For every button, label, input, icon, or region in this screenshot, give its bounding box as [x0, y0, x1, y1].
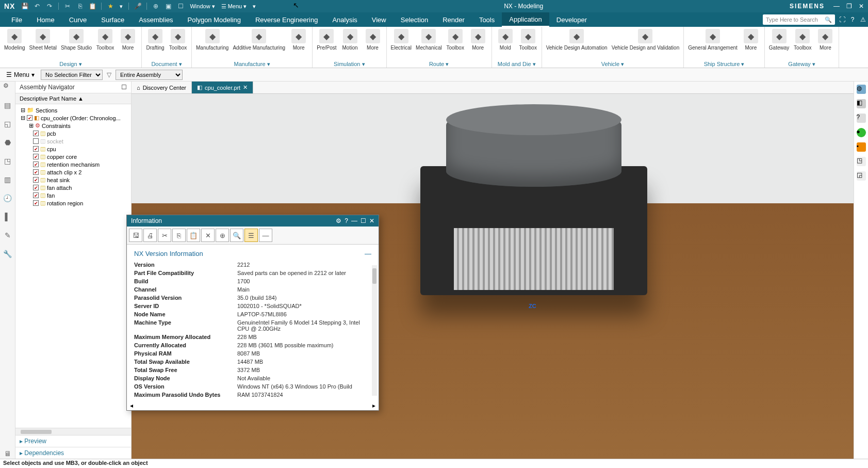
quick-menu[interactable]: ☰ Menu ▾ — [220, 3, 249, 10]
menu-file[interactable]: File — [4, 12, 29, 27]
menu-polygon-modeling[interactable]: Polygon Modeling — [181, 12, 248, 27]
dependencies-section[interactable]: Dependencies — [15, 447, 131, 459]
right-tool-3[interactable]: ? — [857, 114, 866, 123]
selection-filter-select[interactable]: No Selection Filter — [41, 70, 103, 80]
ribbon-btn-sheet-metal[interactable]: ◆Sheet Metal — [27, 28, 59, 52]
paste-icon[interactable]: 📋 — [88, 2, 97, 11]
checkbox-icon[interactable] — [33, 154, 39, 159]
nav-icon-3[interactable]: ⬣ — [3, 137, 13, 148]
touch-icon[interactable]: ⊕ — [151, 2, 160, 11]
delete-icon[interactable]: ✕ — [201, 229, 215, 242]
ribbon-btn-vehicle-design-automation[interactable]: ◆Vehicle Design Automation — [544, 28, 610, 52]
nav-tree[interactable]: ⊟📁Sections ⊟ ◧cpu_cooler (Order: Chronol… — [15, 104, 131, 428]
filter-funnel-icon[interactable]: ▽ — [105, 71, 113, 78]
ribbon-btn-toolbox[interactable]: ◆Toolbox — [791, 28, 814, 52]
assembly-scope-select[interactable]: Entire Assembly — [116, 70, 183, 80]
checkbox-icon[interactable] — [33, 185, 39, 190]
tree-item-rotation-region[interactable]: ◫rotation region — [18, 199, 129, 207]
checkbox-icon[interactable] — [33, 138, 39, 144]
menu-tools[interactable]: Tools — [472, 12, 502, 27]
right-tool-4[interactable]: ● — [857, 128, 866, 137]
nav-icon-4[interactable]: ◳ — [3, 156, 13, 166]
ribbon-btn-manufacturing[interactable]: ◆Manufacturing — [194, 28, 231, 52]
layout-icon[interactable]: ▣ — [163, 2, 173, 11]
close-icon[interactable]: ✕ — [243, 84, 248, 91]
ribbon-btn-general-arrangement[interactable]: ◆General Arrangement — [686, 28, 740, 52]
window-icon[interactable]: ☐ — [176, 2, 185, 11]
close-icon[interactable]: ✕ — [369, 217, 374, 224]
right-tool-2[interactable]: ◧ — [857, 99, 866, 108]
ribbon-btn-additive-manufacturing[interactable]: ◆Additive Manufacturing — [231, 28, 287, 52]
copy-icon[interactable]: ⎘ — [172, 229, 186, 242]
nav-icon-2[interactable]: ◱ — [3, 119, 13, 129]
copy-icon[interactable]: ⎘ — [75, 2, 85, 11]
nav-icon-5[interactable]: ▥ — [3, 174, 13, 185]
maximize-icon[interactable]: ☐ — [361, 217, 366, 224]
collapse-icon[interactable]: — — [259, 229, 272, 242]
gear-icon[interactable]: ⚙ — [3, 82, 9, 89]
tree-root[interactable]: ⊟ ◧cpu_cooler (Order: Chronolog... — [18, 114, 129, 122]
menu-render[interactable]: Render — [435, 12, 472, 27]
ribbon-btn-more[interactable]: ◆More — [740, 28, 762, 52]
target-icon[interactable]: ⊕ — [216, 229, 229, 242]
tree-sections[interactable]: ⊟📁Sections — [18, 106, 129, 114]
tree-item-fan[interactable]: ◫fan — [18, 191, 129, 199]
ribbon-btn-more[interactable]: ◆More — [814, 28, 837, 52]
ribbon-btn-vehicle-design-and-validation[interactable]: ◆Vehicle Design and Validation — [610, 28, 682, 52]
menu-home[interactable]: Home — [29, 12, 62, 27]
checkbox-icon[interactable] — [33, 200, 39, 206]
minimize-button[interactable]: — — [832, 2, 841, 11]
ribbon-btn-drafting[interactable]: ◆Drafting — [144, 28, 167, 52]
clock-icon[interactable]: 🕘 — [3, 193, 13, 203]
ribbon-btn-mold[interactable]: ◆Mold — [494, 28, 517, 52]
wrench-icon[interactable]: 🔧 — [3, 249, 13, 259]
redo-icon[interactable]: ↷ — [45, 2, 54, 11]
monitor-icon[interactable]: 🖥 — [3, 448, 13, 459]
undo-icon[interactable]: ↶ — [32, 2, 42, 11]
tree-item-copper-core[interactable]: ◫copper core — [18, 153, 129, 160]
ribbon-btn-more[interactable]: ◆More — [467, 28, 489, 52]
checkbox-icon[interactable] — [33, 177, 39, 183]
ribbon-btn-more[interactable]: ◆More — [117, 28, 139, 52]
ribbon-btn-gateway[interactable]: ◆Gateway — [767, 28, 791, 52]
preview-section[interactable]: Preview — [15, 435, 131, 447]
cut-icon[interactable]: ✂ — [158, 229, 171, 242]
menu-assemblies[interactable]: Assemblies — [132, 12, 180, 27]
ribbon-btn-more[interactable]: ◆More — [362, 28, 384, 52]
tree-item-retention-mechanism[interactable]: ◫retention mechanism — [18, 160, 129, 168]
print-icon[interactable]: 🖨 — [143, 229, 157, 242]
pin-icon[interactable]: ☐ — [121, 84, 127, 91]
window-menu[interactable]: Window ▾ — [188, 3, 216, 10]
save-icon[interactable]: 💾 — [20, 2, 29, 11]
list-view-icon[interactable]: ☰ — [244, 229, 258, 242]
ribbon-btn-electrical[interactable]: ◆Electrical — [389, 28, 414, 52]
ribbon-btn-toolbox[interactable]: ◆Toolbox — [444, 28, 467, 52]
right-tool-5[interactable]: ▪ — [857, 142, 866, 152]
menu-selection[interactable]: Selection — [394, 12, 435, 27]
close-button[interactable]: ✕ — [857, 2, 866, 11]
dialog-scroll-left[interactable]: ◂ — [130, 402, 133, 409]
ribbon-btn-toolbox[interactable]: ◆Toolbox — [167, 28, 189, 52]
tool-icon[interactable]: ✎ — [3, 230, 13, 240]
save-icon[interactable]: 🖫 — [129, 229, 142, 242]
checkbox-icon[interactable] — [33, 131, 39, 136]
ribbon-btn-shape-studio[interactable]: ◆Shape Studio — [59, 28, 94, 52]
right-tool-1[interactable]: ◍ — [857, 85, 866, 94]
paste-icon[interactable]: 📋 — [187, 229, 200, 242]
ribbon-btn-toolbox[interactable]: ◆Toolbox — [517, 28, 539, 52]
star-icon[interactable]: ★ — [106, 2, 115, 11]
tree-item-heat-sink[interactable]: ◫heat sink — [18, 176, 129, 184]
restore-button[interactable]: ❐ — [844, 2, 854, 11]
help-icon[interactable]: ? — [345, 217, 348, 224]
menu-surface[interactable]: Surface — [94, 12, 132, 27]
palette-icon[interactable]: ▌ — [3, 212, 13, 222]
ribbon-btn-motion[interactable]: ◆Motion — [339, 28, 362, 52]
tree-item-fan-attach[interactable]: ◫fan attach — [18, 184, 129, 191]
tree-item-socket[interactable]: ◫socket — [18, 137, 129, 145]
help-icon[interactable]: ? — [847, 12, 858, 27]
minimize-icon[interactable]: — — [351, 217, 357, 224]
nav-icon-1[interactable]: ▤ — [3, 100, 13, 110]
filter-menu-button[interactable]: ☰ Menu ▾ — [2, 71, 39, 78]
ribbon-btn-mechanical[interactable]: ◆Mechanical — [414, 28, 444, 52]
fullscreen-icon[interactable]: ⛶ — [837, 12, 847, 27]
